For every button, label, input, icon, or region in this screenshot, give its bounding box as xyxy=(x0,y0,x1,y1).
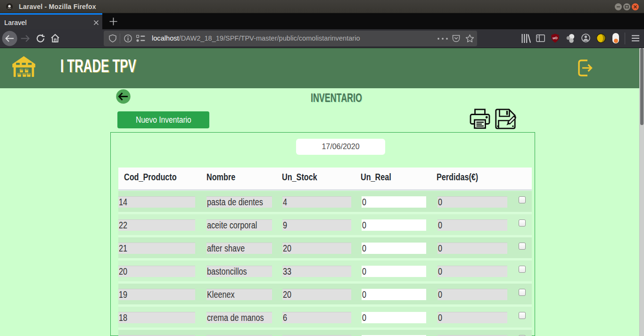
svg-text:uO: uO xyxy=(553,36,558,40)
